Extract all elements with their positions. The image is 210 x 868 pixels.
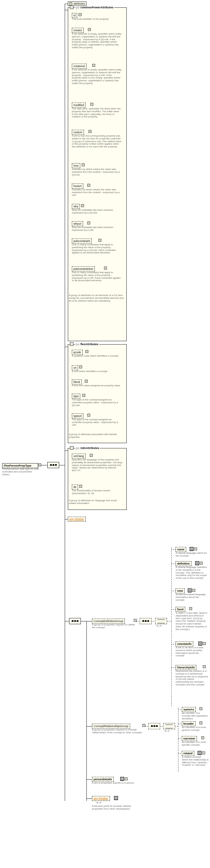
elem-definition: definition (176, 561, 191, 566)
elem-related: related (182, 751, 194, 756)
attr-howuri: howuri (72, 184, 83, 188)
elem-sameAs: sameAs (182, 707, 196, 712)
attr-type: type (72, 394, 80, 399)
attr-pubconstraint: pubconstraint (72, 239, 92, 244)
elem-personDetails: personDetails (92, 777, 114, 782)
group-expand[interactable]: − (70, 342, 73, 346)
attr-any-other: any ##other (68, 517, 86, 522)
attr-typeuri: typeuri (72, 413, 83, 418)
attributes-section: −attributes (68, 2, 86, 6)
elem-remoteInfo: remoteInfo (176, 642, 193, 646)
model-icon (189, 547, 193, 551)
elem-broader: broader (182, 721, 195, 726)
attr-xmllang: xml:lang (72, 454, 85, 459)
attr-creatoruri: creatoruri (72, 64, 87, 69)
crg-choice (163, 723, 175, 729)
element-sequence (69, 618, 81, 624)
group-expand[interactable]: − (70, 446, 73, 450)
attr-whyuri: whyuri (72, 221, 83, 226)
attr-literal: literal (72, 379, 82, 384)
elem-any-other: any ##other (92, 796, 110, 801)
elem-narrower: narrower (182, 736, 197, 741)
attr-modified: modified (72, 102, 85, 107)
elem-hierarchyInfo: hierarchyInfo (176, 665, 196, 670)
attr-id: id (72, 13, 77, 18)
root-sequence (47, 462, 59, 468)
attr-dir: dir (72, 485, 78, 490)
attr-qcode: qcode (72, 350, 83, 355)
elem-name: name (176, 547, 186, 552)
attr-creator: creator (72, 28, 84, 33)
elem-note: note (176, 588, 185, 593)
root-expand[interactable]: + (38, 464, 41, 466)
root-desc: Flexible person data type for both contr… (2, 468, 40, 476)
cdg-sequence (140, 618, 152, 624)
attr-why: why (72, 204, 80, 209)
crg-sequence (148, 723, 160, 729)
attr-pubconstrainturi: pubconstrainturi (72, 266, 95, 271)
elem-facet: facet (176, 607, 185, 612)
attr-how: how (72, 163, 80, 168)
cdg-choice (155, 618, 167, 624)
group-ConceptDefinitionGroup: ConceptDefinitionGroup (92, 619, 125, 624)
attr-custom: custom (72, 130, 84, 135)
attr-uri: uri (72, 365, 78, 370)
group-expand[interactable]: − (70, 6, 73, 9)
group-ConceptRelationshipsGroup: ConceptRelationshipsGroup (92, 724, 130, 728)
